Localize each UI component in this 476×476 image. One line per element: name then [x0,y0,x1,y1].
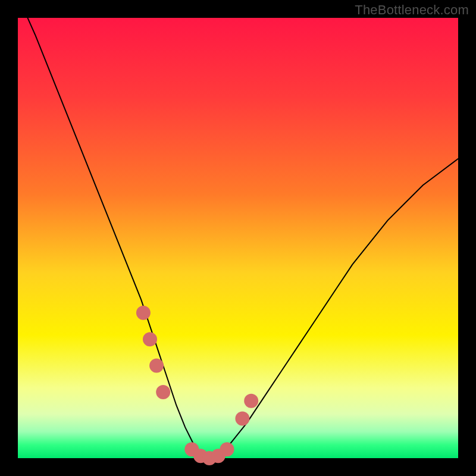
marker-dot [244,394,258,408]
marker-dot [149,359,164,373]
plot-area-bg [18,18,458,458]
marker-dot [235,411,249,425]
chart-stage: TheBottleneck.com [0,0,476,476]
watermark-text: TheBottleneck.com [355,2,469,18]
marker-dot [136,306,151,320]
marker-dot [156,385,170,399]
marker-dot [143,332,157,346]
bottleneck-plot [0,0,476,476]
marker-dot [220,442,234,456]
